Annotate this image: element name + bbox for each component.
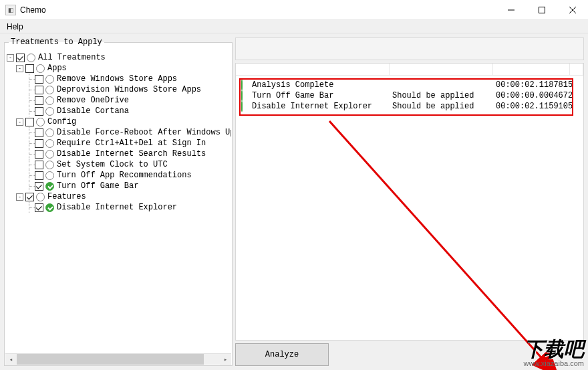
- checkbox[interactable]: [35, 171, 43, 180]
- maximize-button[interactable]: [527, 0, 557, 20]
- tree-item[interactable]: Remove Windows Store Apps: [7, 74, 231, 84]
- tree-item[interactable]: Set System Clock to UTC: [7, 159, 231, 170]
- treatments-legend: Treatments to Apply: [9, 37, 104, 47]
- status-ok-icon: [45, 182, 54, 191]
- status-ok-icon: [241, 102, 252, 111]
- result-name: Disable Internet Explorer: [252, 102, 392, 111]
- tree-item[interactable]: Remove OneDrive: [7, 95, 231, 106]
- tree-node-apps[interactable]: -Apps: [7, 63, 231, 74]
- tree-node-config[interactable]: -Config: [7, 116, 231, 127]
- content-area: Treatments to Apply -All Treatments-Apps…: [0, 33, 588, 370]
- scroll-right-icon[interactable]: ▸: [220, 354, 231, 365]
- status-ok-icon: [241, 80, 252, 90]
- result-note: Should be applied: [392, 102, 496, 111]
- checkbox[interactable]: [35, 86, 43, 94]
- close-button[interactable]: [557, 0, 588, 20]
- tree-item[interactable]: Disable Force-Reboot After Windows Upd: [7, 127, 231, 138]
- status-empty-icon: [45, 128, 54, 137]
- results-list[interactable]: Analysis Complete00:00:02.1187815Turn Of…: [235, 63, 584, 341]
- svg-rect-1: [539, 7, 545, 13]
- tree-label-features[interactable]: Features: [47, 191, 86, 202]
- left-panel: Treatments to Apply -All Treatments-Apps…: [0, 33, 233, 370]
- checkbox[interactable]: [35, 128, 43, 137]
- app-icon: ◧: [5, 5, 16, 15]
- tree-item-label[interactable]: Turn Off App Recommendations: [57, 170, 192, 181]
- tree-item-label[interactable]: Disable Force-Reboot After Windows Upd: [57, 127, 231, 138]
- tree-item-label[interactable]: Remove Windows Store Apps: [57, 74, 177, 84]
- tree-label-config[interactable]: Config: [47, 116, 76, 127]
- treatments-group: Treatments to Apply -All Treatments-Apps…: [4, 37, 233, 366]
- titlebar: ◧ Chemo: [0, 0, 588, 20]
- svg-line-4: [329, 121, 557, 370]
- tree-item[interactable]: Turn Off App Recommendations: [7, 170, 231, 181]
- analyze-button[interactable]: Analyze: [235, 343, 329, 366]
- tree-item[interactable]: Disable Internet Search Results: [7, 149, 231, 159]
- tree-view[interactable]: -All Treatments-AppsRemove Windows Store…: [5, 51, 231, 353]
- status-empty-icon: [45, 86, 54, 94]
- status-empty-icon: [45, 75, 54, 84]
- collapse-icon[interactable]: -: [16, 118, 23, 126]
- annotation-arrow: [323, 117, 570, 370]
- top-toolbar: [235, 37, 584, 60]
- status-ok-icon: [45, 203, 54, 212]
- tree-label-root[interactable]: All Treatments: [38, 52, 106, 63]
- scroll-left-icon[interactable]: ◂: [5, 354, 17, 365]
- checkbox[interactable]: [35, 96, 43, 105]
- status-empty-icon: [45, 171, 54, 180]
- status-ok-icon: [241, 91, 252, 100]
- collapse-icon[interactable]: -: [16, 65, 23, 72]
- tree-item[interactable]: Deprovision Windows Store Apps: [7, 84, 231, 95]
- status-empty-icon: [45, 139, 54, 148]
- result-row[interactable]: Turn Off Game BarShould be applied00:00:…: [241, 90, 578, 101]
- checkbox[interactable]: [25, 193, 34, 201]
- result-note: Should be applied: [392, 91, 496, 100]
- result-name: Turn Off Game Bar: [252, 91, 392, 100]
- tree-node-root[interactable]: -All Treatments: [7, 52, 231, 63]
- tree-item-label[interactable]: Deprovision Windows Store Apps: [57, 84, 201, 95]
- tree-item-label[interactable]: Disable Cortana: [57, 106, 129, 116]
- scroll-thumb[interactable]: [17, 354, 204, 365]
- checkbox[interactable]: [16, 54, 25, 62]
- bottom-bar: Analyze: [235, 343, 584, 366]
- status-empty-icon: [36, 193, 45, 201]
- tree-item[interactable]: Turn Off Game Bar: [7, 181, 231, 191]
- checkbox[interactable]: [35, 150, 43, 159]
- tree-item-label[interactable]: Set System Clock to UTC: [57, 159, 168, 170]
- result-row[interactable]: Disable Internet ExplorerShould be appli…: [241, 101, 578, 112]
- checkbox[interactable]: [35, 75, 43, 84]
- tree-item[interactable]: Require Ctrl+Alt+Del at Sign In: [7, 138, 231, 149]
- tree-item[interactable]: Disable Internet Explorer: [7, 202, 231, 213]
- tree-node-features[interactable]: -Features: [7, 191, 231, 202]
- menu-help[interactable]: Help: [0, 21, 30, 33]
- status-empty-icon: [45, 150, 54, 159]
- menubar: Help: [0, 20, 588, 33]
- collapse-icon[interactable]: -: [7, 54, 14, 62]
- checkbox[interactable]: [35, 182, 43, 191]
- tree-item-label[interactable]: Turn Off Game Bar: [57, 181, 138, 191]
- result-row[interactable]: Analysis Complete00:00:02.1187815: [241, 80, 578, 90]
- tree-horizontal-scrollbar[interactable]: ◂ ▸: [5, 353, 231, 365]
- tree-item-label[interactable]: Remove OneDrive: [57, 95, 129, 106]
- checkbox[interactable]: [25, 118, 34, 126]
- collapse-icon[interactable]: -: [16, 193, 23, 201]
- checkbox[interactable]: [35, 161, 43, 169]
- checkbox[interactable]: [25, 64, 34, 73]
- checkbox[interactable]: [35, 107, 43, 116]
- tree-item[interactable]: Disable Cortana: [7, 106, 231, 116]
- result-time: 00:00:02.1159105: [496, 102, 578, 111]
- result-name: Analysis Complete: [252, 80, 392, 90]
- right-panel: Analysis Complete00:00:02.1187815Turn Of…: [233, 33, 588, 370]
- scroll-track[interactable]: [17, 354, 220, 365]
- checkbox[interactable]: [35, 203, 43, 212]
- results-header: [236, 64, 583, 76]
- status-empty-icon: [45, 96, 54, 105]
- checkbox[interactable]: [35, 139, 43, 148]
- tree-item-label[interactable]: Require Ctrl+Alt+Del at Sign In: [57, 138, 206, 149]
- result-time: 00:00:00.0004672: [496, 91, 578, 100]
- tree-item-label[interactable]: Disable Internet Search Results: [57, 149, 206, 159]
- minimize-button[interactable]: [496, 0, 527, 20]
- status-empty-icon: [27, 54, 35, 62]
- tree-item-label[interactable]: Disable Internet Explorer: [57, 202, 177, 213]
- status-empty-icon: [36, 118, 45, 126]
- tree-label-apps[interactable]: Apps: [47, 63, 67, 74]
